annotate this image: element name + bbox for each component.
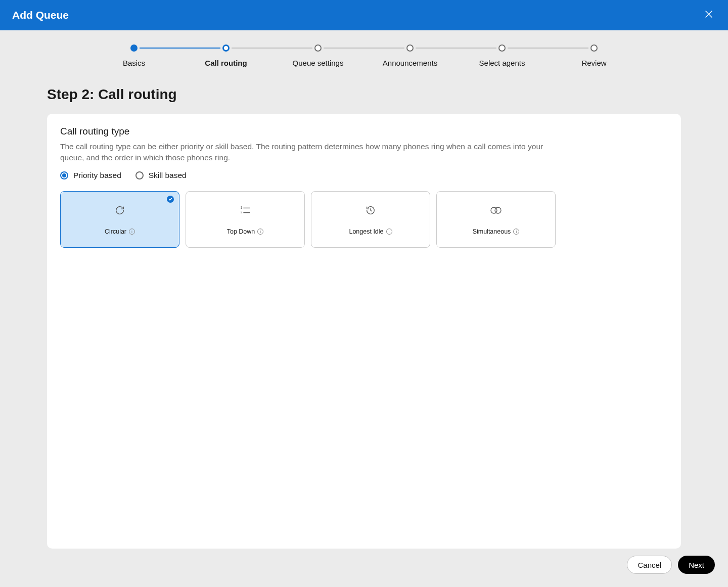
selected-check-icon [167,196,174,203]
info-icon[interactable]: i [386,229,392,235]
radio-icon [135,171,144,179]
close-icon [703,9,714,22]
modal-title: Add Queue [12,9,69,21]
modal-header: Add Queue [0,0,728,30]
page-body: Step 2: Call routing Call routing type T… [47,86,681,549]
step-label: Review [581,59,606,67]
option-label: Top Down [227,228,255,235]
step-dot-icon [498,44,506,52]
radio-skill-based[interactable]: Skill based [135,171,187,180]
routing-option-simultaneous[interactable]: Simultaneousi [436,191,556,248]
option-label-row: Top Downi [227,228,264,235]
cycle-icon [114,204,125,217]
ordered-list-icon: 12 [240,204,251,217]
info-icon[interactable]: i [129,229,135,235]
wizard-footer: Cancel Next [627,556,715,574]
step-call-routing[interactable]: Call routing [180,44,272,67]
two-circles-icon [489,204,503,217]
option-label: Longest Idle [349,228,383,235]
info-icon[interactable]: i [257,229,263,235]
option-label: Circular [105,228,126,235]
step-dot-icon [590,44,598,52]
step-label: Basics [123,59,145,67]
routing-option-circular[interactable]: Circulari [60,191,179,248]
routing-pattern-options: Circulari12Top DowniLongest IdleiSimulta… [60,191,668,248]
step-label: Queue settings [293,59,344,67]
routing-option-topdown[interactable]: 12Top Downi [186,191,305,248]
page-title: Step 2: Call routing [47,86,681,103]
step-label: Select agents [479,59,525,67]
step-label: Call routing [205,59,247,67]
radio-label: Priority based [73,171,121,180]
cancel-button[interactable]: Cancel [627,556,672,574]
close-button[interactable] [702,8,716,22]
step-announcements[interactable]: Announcements [364,44,456,67]
step-queue-settings[interactable]: Queue settings [272,44,364,67]
svg-text:1: 1 [241,206,243,210]
wizard-stepper: BasicsCall routingQueue settingsAnnounce… [0,30,728,72]
content-card: Call routing type The call routing type … [47,114,681,549]
info-icon[interactable]: i [513,229,519,235]
option-label-row: Simultaneousi [473,228,520,235]
next-button[interactable]: Next [678,556,715,574]
section-title: Call routing type [60,126,668,137]
radio-icon [60,171,68,179]
step-dot-icon [222,44,230,52]
step-dot-icon [314,44,322,52]
routing-type-radio-group: Priority based Skill based [60,171,668,180]
option-label-row: Circulari [105,228,135,235]
option-label: Simultaneous [473,228,511,235]
step-dot-icon [406,44,414,52]
routing-option-longestidle[interactable]: Longest Idlei [311,191,430,248]
step-basics[interactable]: Basics [88,44,180,67]
option-label-row: Longest Idlei [349,228,392,235]
radio-priority-based[interactable]: Priority based [60,171,121,180]
svg-point-5 [495,207,501,213]
history-icon [365,204,376,217]
section-description: The call routing type can be either prio… [60,141,551,163]
step-review[interactable]: Review [548,44,640,67]
radio-label: Skill based [149,171,187,180]
step-dot-icon [130,44,138,52]
svg-text:2: 2 [241,211,243,214]
step-label: Announcements [383,59,437,67]
step-select-agents[interactable]: Select agents [456,44,548,67]
